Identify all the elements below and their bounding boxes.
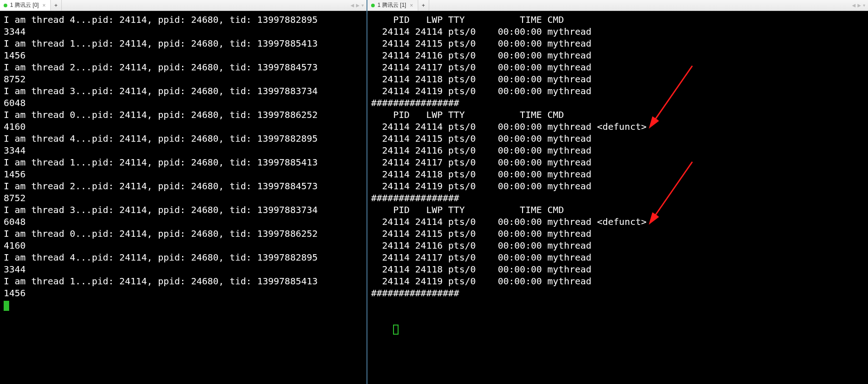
status-dot-icon <box>371 4 375 7</box>
plus-icon: + <box>54 2 58 9</box>
terminal-pane-right: 1 腾讯云 [1] × + ◀ ▶ ▾ PID LWP TTY TIME CMD… <box>367 0 868 384</box>
annotation-arrow-icon <box>642 61 697 134</box>
tabbar-controls-right: ◀ ▶ ▾ <box>849 0 868 11</box>
plus-icon: + <box>422 2 425 9</box>
tab-menu-icon[interactable]: ▾ <box>863 3 865 8</box>
tab-label: 1 腾讯云 [1] <box>377 1 406 9</box>
tab-tencent-cloud-1[interactable]: 1 腾讯云 [1] × <box>367 0 418 11</box>
terminal-output-left[interactable]: I am thread 4...pid: 24114, ppid: 24680,… <box>0 11 367 384</box>
tab-menu-icon[interactable]: ▾ <box>361 3 364 8</box>
tab-next-icon[interactable]: ▶ <box>356 3 360 8</box>
terminal-pane-left: 1 腾讯云 [0] × + ◀ ▶ ▾ I am thread 4...pid:… <box>0 0 367 384</box>
tabbar-controls-left: ◀ ▶ ▾ <box>348 0 367 11</box>
tab-next-icon[interactable]: ▶ <box>857 3 861 8</box>
cursor-icon <box>393 325 399 335</box>
close-icon[interactable]: × <box>409 2 414 9</box>
tab-prev-icon[interactable]: ◀ <box>350 3 354 8</box>
status-dot-icon <box>4 4 7 7</box>
tab-label: 1 腾讯云 [0] <box>10 1 39 9</box>
svg-line-1 <box>651 162 692 221</box>
cursor-icon <box>4 301 9 311</box>
tab-tencent-cloud-0[interactable]: 1 腾讯云 [0] × <box>0 0 51 11</box>
annotation-arrow-icon <box>642 157 697 230</box>
tab-prev-icon[interactable]: ◀ <box>852 3 856 8</box>
terminal-output-right[interactable]: PID LWP TTY TIME CMD 24114 24114 pts/0 0… <box>367 11 868 384</box>
tabbar-right: 1 腾讯云 [1] × + ◀ ▶ ▾ <box>367 0 868 11</box>
tabbar-left: 1 腾讯云 [0] × + ◀ ▶ ▾ <box>0 0 367 11</box>
svg-line-0 <box>651 66 692 125</box>
add-tab-button[interactable]: + <box>418 0 429 11</box>
add-tab-button[interactable]: + <box>51 0 62 11</box>
close-icon[interactable]: × <box>42 2 47 9</box>
